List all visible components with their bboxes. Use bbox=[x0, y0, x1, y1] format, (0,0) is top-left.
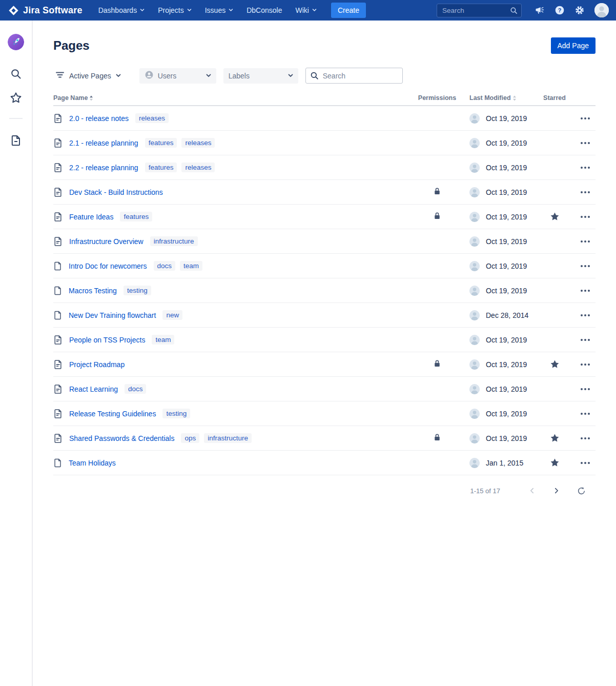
row-actions-button[interactable] bbox=[579, 360, 592, 369]
star-filled-icon[interactable] bbox=[550, 359, 560, 369]
row-actions-button[interactable] bbox=[579, 237, 592, 246]
row-actions-button[interactable] bbox=[579, 336, 592, 344]
label-chip[interactable]: releases bbox=[135, 113, 169, 123]
last-modified-date: Dec 28, 2014 bbox=[486, 311, 528, 319]
users-filter-dropdown[interactable]: Users bbox=[139, 68, 216, 84]
labels-filter-dropdown[interactable]: Labels bbox=[223, 68, 298, 84]
user-avatar[interactable] bbox=[594, 3, 609, 17]
project-avatar[interactable] bbox=[8, 34, 24, 50]
create-button[interactable]: Create bbox=[331, 3, 366, 18]
label-chip[interactable]: testing bbox=[124, 286, 151, 295]
page-name-link[interactable]: New Dev Training flowchart bbox=[69, 311, 156, 319]
label-chip[interactable]: features bbox=[145, 138, 177, 148]
last-modified-cell: Oct 19, 2019 bbox=[458, 113, 534, 124]
last-modified-date: Oct 19, 2019 bbox=[486, 385, 527, 393]
sidebar-pages-icon[interactable] bbox=[6, 130, 26, 151]
previous-page-button[interactable] bbox=[524, 482, 540, 499]
add-page-button[interactable]: Add Page bbox=[551, 37, 596, 54]
page-name-link[interactable]: Team Holidays bbox=[69, 459, 116, 467]
row-actions-button[interactable] bbox=[579, 139, 592, 147]
page-name-link[interactable]: Feature Ideas bbox=[69, 213, 113, 221]
modified-by-avatar bbox=[469, 163, 480, 173]
page-name-link[interactable]: 2.0 - release notes bbox=[69, 114, 129, 123]
label-chip[interactable]: team bbox=[180, 261, 202, 271]
modified-by-avatar bbox=[469, 359, 480, 370]
last-modified-cell: Dec 28, 2014 bbox=[458, 310, 534, 320]
star-filled-icon[interactable] bbox=[550, 212, 560, 221]
label-chip[interactable]: testing bbox=[162, 409, 190, 418]
permissions-cell bbox=[416, 433, 458, 443]
row-actions-button[interactable] bbox=[579, 114, 592, 123]
last-modified-date: Oct 19, 2019 bbox=[486, 360, 527, 369]
row-actions-button[interactable] bbox=[579, 410, 592, 418]
help-icon[interactable]: ? bbox=[555, 5, 565, 15]
pages-search-input[interactable] bbox=[305, 68, 403, 84]
announcement-icon[interactable] bbox=[535, 5, 545, 15]
row-actions-button[interactable] bbox=[579, 262, 592, 270]
pagination-range: 1-15 of 17 bbox=[470, 487, 500, 495]
nav-item-dbconsole[interactable]: DbConsole bbox=[240, 0, 289, 21]
last-modified-date: Oct 19, 2019 bbox=[486, 213, 527, 221]
jira-logo[interactable]: Jira Software bbox=[8, 5, 83, 16]
star-filled-icon[interactable] bbox=[550, 458, 560, 468]
page-name-link[interactable]: 2.1 - release planning bbox=[69, 139, 138, 147]
starred-cell bbox=[534, 335, 575, 345]
row-actions-button[interactable] bbox=[579, 459, 592, 467]
row-actions-button[interactable] bbox=[579, 434, 592, 442]
sidebar-search-icon[interactable] bbox=[6, 64, 26, 84]
nav-item-issues[interactable]: Issues bbox=[198, 0, 240, 21]
next-page-button[interactable] bbox=[548, 482, 565, 499]
starred-cell bbox=[534, 384, 575, 394]
label-chip[interactable]: new bbox=[162, 310, 182, 320]
last-modified-date: Oct 19, 2019 bbox=[486, 434, 527, 442]
page-name-link[interactable]: Dev Stack - Build Instructions bbox=[69, 188, 163, 196]
page-name-link[interactable]: React Learning bbox=[69, 385, 118, 393]
chevron-down-icon bbox=[187, 9, 192, 12]
page-name-link[interactable]: 2.2 - release planning bbox=[69, 164, 138, 172]
settings-gear-icon[interactable] bbox=[574, 5, 585, 15]
page-name-link[interactable]: Release Testing Guidelines bbox=[69, 410, 156, 418]
label-chip[interactable]: infrastructure bbox=[204, 433, 252, 443]
page-name-link[interactable]: Shared Passwords & Credentials bbox=[69, 434, 174, 442]
page-name-link[interactable]: Infrastructure Overview bbox=[69, 237, 143, 246]
actions-cell bbox=[575, 459, 596, 467]
nav-item-projects[interactable]: Projects bbox=[151, 0, 198, 21]
logo-text: Jira Software bbox=[23, 5, 83, 16]
label-chip[interactable]: ops bbox=[181, 433, 199, 443]
label-chip[interactable]: features bbox=[145, 163, 177, 172]
column-header-last-modified[interactable]: Last Modified bbox=[458, 94, 534, 102]
label-chip[interactable]: features bbox=[120, 212, 152, 221]
row-actions-button[interactable] bbox=[579, 311, 592, 319]
label-chip[interactable]: releases bbox=[181, 138, 215, 148]
main-content: Pages Add Page Active Pages Users Labels bbox=[33, 21, 616, 686]
page-name-cell: Macros Testing testing bbox=[53, 286, 416, 295]
row-actions-button[interactable] bbox=[579, 385, 592, 393]
label-chip[interactable]: infrastructure bbox=[150, 236, 198, 246]
page-name-link[interactable]: People on TSS Projects bbox=[69, 336, 145, 344]
column-header-page-name[interactable]: Page Name bbox=[53, 94, 416, 102]
label-chip[interactable]: docs bbox=[154, 261, 176, 271]
table-row: People on TSS Projects team Oct 19, 2019 bbox=[53, 328, 596, 352]
svg-text:?: ? bbox=[558, 7, 562, 13]
page-name-link[interactable]: Project Roadmap bbox=[69, 360, 125, 369]
permissions-cell bbox=[416, 286, 458, 296]
row-actions-button[interactable] bbox=[579, 164, 592, 172]
label-chip[interactable]: team bbox=[152, 335, 174, 345]
filters-bar: Active Pages Users Labels bbox=[53, 68, 596, 84]
navbar-search-input[interactable] bbox=[437, 4, 522, 17]
row-actions-button[interactable] bbox=[579, 287, 592, 295]
nav-item-dashboards[interactable]: Dashboards bbox=[92, 0, 152, 21]
nav-item-wiki[interactable]: Wiki bbox=[289, 0, 323, 21]
status-filter-dropdown[interactable]: Active Pages bbox=[53, 71, 123, 80]
refresh-button[interactable] bbox=[573, 482, 589, 499]
row-actions-button[interactable] bbox=[579, 188, 592, 196]
last-modified-date: Oct 19, 2019 bbox=[486, 139, 527, 147]
label-chip[interactable]: releases bbox=[181, 163, 215, 172]
row-actions-button[interactable] bbox=[579, 213, 592, 221]
page-name-link[interactable]: Intro Doc for newcomers bbox=[69, 262, 147, 270]
label-chip[interactable]: docs bbox=[125, 384, 147, 394]
star-filled-icon[interactable] bbox=[550, 433, 560, 443]
page-name-link[interactable]: Macros Testing bbox=[69, 287, 117, 295]
modified-by-avatar bbox=[469, 212, 480, 222]
sidebar-star-icon[interactable] bbox=[6, 87, 26, 108]
